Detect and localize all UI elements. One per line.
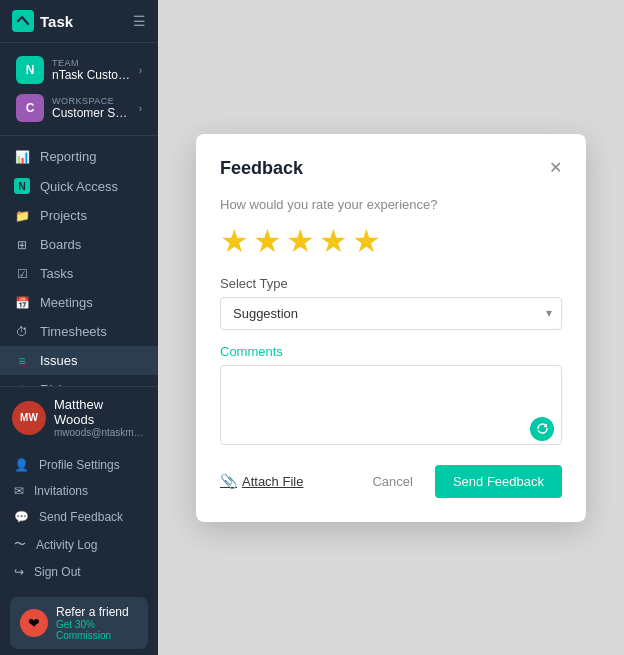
user-name: Matthew Woods <box>54 397 146 427</box>
user-details: Matthew Woods mwoods@ntaskmanager.c... <box>54 397 146 438</box>
sidebar-item-risks[interactable]: ⚠ Risks <box>0 375 158 386</box>
workspace-chevron-icon: › <box>139 103 142 114</box>
sidebar-item-projects[interactable]: 📁 Projects <box>0 201 158 230</box>
modal-overlay: Feedback ✕ How would you rate your exper… <box>158 0 624 655</box>
reporting-icon: 📊 <box>14 150 30 164</box>
main-content: Feedback ✕ How would you rate your exper… <box>158 0 624 655</box>
select-type-wrapper: Suggestion Bug Report Feature Request Ot… <box>220 297 562 330</box>
attach-label: Attach File <box>242 474 303 489</box>
sidebar-item-issues[interactable]: ≡ Issues <box>0 346 158 375</box>
rating-question: How would you rate your experience? <box>220 197 562 212</box>
team-info: Team nTask Customer S... <box>52 58 131 82</box>
invitations-icon: ✉ <box>14 484 24 498</box>
sidebar-item-boards[interactable]: ⊞ Boards <box>0 230 158 259</box>
timesheets-icon: ⏱ <box>14 325 30 339</box>
user-email: mwoods@ntaskmanager.c... <box>54 427 146 438</box>
cancel-button[interactable]: Cancel <box>360 466 424 497</box>
profile-settings-item[interactable]: 👤 Profile Settings <box>0 452 158 478</box>
team-item[interactable]: N Team nTask Customer S... › <box>10 51 148 89</box>
sidebar: Task ☰ N Team nTask Customer S... › C Wo… <box>0 0 158 655</box>
sidebar-item-timesheets[interactable]: ⏱ Timesheets <box>0 317 158 346</box>
meetings-icon: 📅 <box>14 296 30 310</box>
attach-icon: 📎 <box>220 473 237 489</box>
workspace-avatar: C <box>16 94 44 122</box>
sidebar-item-quick-access[interactable]: N Quick Access <box>0 171 158 201</box>
modal-close-button[interactable]: ✕ <box>549 160 562 176</box>
refer-subtitle: Get 30% Commission <box>56 619 138 641</box>
sign-out-label: Sign Out <box>34 565 81 579</box>
star-5[interactable]: ★ <box>352 222 381 260</box>
team-label: Team <box>52 58 131 68</box>
comments-textarea[interactable] <box>220 365 562 445</box>
quick-access-icon: N <box>14 178 30 194</box>
sidebar-item-label: Boards <box>40 237 81 252</box>
team-name: nTask Customer S... <box>52 68 131 82</box>
star-1[interactable]: ★ <box>220 222 249 260</box>
sidebar-item-label: Reporting <box>40 149 96 164</box>
sidebar-item-label: Meetings <box>40 295 93 310</box>
workspace-item[interactable]: C Workspace Customer Success... › <box>10 89 148 127</box>
select-type-label: Select Type <box>220 276 562 291</box>
sidebar-item-tasks[interactable]: ☑ Tasks <box>0 259 158 288</box>
workspace-section: N Team nTask Customer S... › C Workspace… <box>0 43 158 136</box>
profile-settings-label: Profile Settings <box>39 458 120 472</box>
refer-text: Refer a friend Get 30% Commission <box>56 605 138 641</box>
nav-section: 📊 Reporting N Quick Access 📁 Projects ⊞ … <box>0 136 158 386</box>
star-3[interactable]: ★ <box>286 222 315 260</box>
invitations-item[interactable]: ✉ Invitations <box>0 478 158 504</box>
activity-log-label: Activity Log <box>36 538 97 552</box>
refer-title: Refer a friend <box>56 605 138 619</box>
modal-header: Feedback ✕ <box>220 158 562 179</box>
workspace-name: Customer Success... <box>52 106 131 120</box>
sign-out-item[interactable]: ↪ Sign Out <box>0 559 158 585</box>
refresh-icon[interactable] <box>530 417 554 441</box>
modal-footer: 📎 Attach File Cancel Send Feedback <box>220 465 562 498</box>
sidebar-item-reporting[interactable]: 📊 Reporting <box>0 142 158 171</box>
feedback-modal: Feedback ✕ How would you rate your exper… <box>196 134 586 522</box>
footer-actions: Cancel Send Feedback <box>360 465 562 498</box>
send-feedback-item[interactable]: 💬 Send Feedback <box>0 504 158 530</box>
activity-log-icon: 〜 <box>14 536 26 553</box>
sign-out-icon: ↪ <box>14 565 24 579</box>
user-avatar: MW <box>12 401 46 435</box>
select-type-input[interactable]: Suggestion Bug Report Feature Request Ot… <box>220 297 562 330</box>
send-feedback-button[interactable]: Send Feedback <box>435 465 562 498</box>
boards-icon: ⊞ <box>14 238 30 252</box>
sidebar-item-label: Issues <box>40 353 78 368</box>
send-feedback-icon: 💬 <box>14 510 29 524</box>
projects-icon: 📁 <box>14 209 30 223</box>
sidebar-item-label: Projects <box>40 208 87 223</box>
stars-row: ★ ★ ★ ★ ★ <box>220 222 562 260</box>
team-avatar: N <box>16 56 44 84</box>
sidebar-bottom: MW Matthew Woods mwoods@ntaskmanager.c..… <box>0 386 158 655</box>
menu-toggle-icon[interactable]: ☰ <box>133 13 146 29</box>
sidebar-item-label: Tasks <box>40 266 73 281</box>
star-4[interactable]: ★ <box>319 222 348 260</box>
sidebar-item-meetings[interactable]: 📅 Meetings <box>0 288 158 317</box>
app-logo: Task <box>12 10 73 32</box>
bottom-menu: 👤 Profile Settings ✉ Invitations 💬 Send … <box>0 448 158 591</box>
issues-icon: ≡ <box>14 354 30 368</box>
sidebar-header: Task ☰ <box>0 0 158 43</box>
attach-file-button[interactable]: 📎 Attach File <box>220 473 303 489</box>
sidebar-item-label: Timesheets <box>40 324 107 339</box>
app-name: Task <box>40 13 73 30</box>
logo-icon <box>12 10 34 32</box>
tasks-icon: ☑ <box>14 267 30 281</box>
comments-wrapper <box>220 365 562 449</box>
user-info[interactable]: MW Matthew Woods mwoods@ntaskmanager.c..… <box>0 387 158 448</box>
workspace-info: Workspace Customer Success... <box>52 96 131 120</box>
workspace-label: Workspace <box>52 96 131 106</box>
refer-icon: ❤ <box>20 609 48 637</box>
invitations-label: Invitations <box>34 484 88 498</box>
team-chevron-icon: › <box>139 65 142 76</box>
sidebar-item-label: Quick Access <box>40 179 118 194</box>
comments-label: Comments <box>220 344 562 359</box>
refer-section[interactable]: ❤ Refer a friend Get 30% Commission <box>10 597 148 649</box>
profile-settings-icon: 👤 <box>14 458 29 472</box>
activity-log-item[interactable]: 〜 Activity Log <box>0 530 158 559</box>
send-feedback-label: Send Feedback <box>39 510 123 524</box>
star-2[interactable]: ★ <box>253 222 282 260</box>
modal-title: Feedback <box>220 158 303 179</box>
